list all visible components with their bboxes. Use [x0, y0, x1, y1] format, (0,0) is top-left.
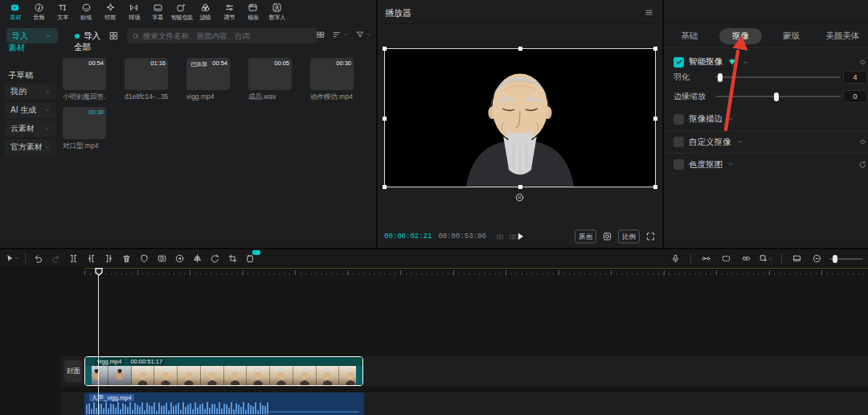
subtab-basic[interactable]: 基础: [664, 31, 715, 42]
ribbon-tab-smartpack[interactable]: 智能包装: [170, 0, 194, 24]
chevron-up-icon[interactable]: [742, 59, 749, 66]
slider-value[interactable]: 4: [843, 71, 867, 84]
snapshot-icon[interactable]: [602, 232, 612, 242]
speaker-off-icon[interactable]: [44, 367, 53, 376]
grid-view-button[interactable]: [316, 30, 326, 39]
zoom-slider-thumb[interactable]: [833, 255, 837, 263]
split-tool[interactable]: [66, 251, 81, 266]
smart-matting-checkbox[interactable]: [674, 57, 684, 68]
pages-icon[interactable]: [496, 232, 505, 241]
option-checkbox[interactable]: [674, 159, 684, 170]
media-thumbnail[interactable]: 01:16: [125, 58, 168, 90]
option-checkbox[interactable]: [674, 114, 684, 125]
ribbon-tab-filter[interactable]: 滤镜: [194, 0, 218, 24]
playhead-line[interactable]: [98, 268, 99, 415]
crop-tool[interactable]: [225, 251, 240, 266]
video-clip[interactable]: vigg.mp4 00:00:51:17: [84, 356, 363, 386]
undo-button[interactable]: [31, 251, 46, 266]
selection-handle[interactable]: [383, 47, 387, 51]
option-right-icon[interactable]: [858, 160, 867, 169]
ribbon-tab-effects[interactable]: 特效: [98, 0, 122, 24]
freeze-frame-tool[interactable]: [137, 251, 152, 266]
ribbon-tab-captions[interactable]: 字幕: [146, 0, 170, 24]
link-toggle[interactable]: [739, 251, 754, 266]
ribbon-tab-sticker[interactable]: 贴纸: [75, 0, 99, 24]
timeline-zoom-slider[interactable]: [829, 258, 863, 260]
timeline-tool[interactable]: [25, 253, 26, 263]
audio-clip[interactable]: 人声_vigg.mp4: [84, 392, 364, 415]
selection-handle[interactable]: [518, 185, 522, 189]
keyframe-icon[interactable]: [858, 58, 867, 67]
subtab-matting[interactable]: 抠像: [715, 28, 767, 44]
sidebar-item-material[interactable]: 素材: [5, 40, 61, 56]
media-thumbnail[interactable]: 00:54: [63, 58, 106, 90]
timeline-tool[interactable]: [690, 254, 691, 264]
ribbon-tab-audio[interactable]: 音频: [27, 0, 51, 24]
speaker-off-icon[interactable]: [44, 399, 53, 408]
quality-button[interactable]: 原画: [575, 230, 596, 244]
ribbon-tab-adjust[interactable]: 调节: [217, 0, 241, 24]
preview-quality-button[interactable]: [789, 251, 805, 266]
trim-right-tool[interactable]: [101, 251, 117, 266]
filter-button[interactable]: [355, 30, 372, 39]
sidebar-item-mine[interactable]: 我的: [5, 84, 56, 100]
ribbon-tab-text[interactable]: 文本: [51, 0, 75, 24]
track-video-icon[interactable]: [6, 367, 15, 376]
selection-handle[interactable]: [383, 117, 387, 121]
fullscreen-icon[interactable]: [645, 232, 656, 242]
filter-tab-all[interactable]: 全部: [74, 42, 91, 53]
media-thumbnail[interactable]: 已添加 00:54: [186, 58, 230, 90]
minus-icon[interactable]: [56, 367, 65, 376]
cover-button[interactable]: 封面: [64, 360, 82, 382]
rotate-tool[interactable]: [207, 251, 223, 266]
lock-icon[interactable]: [19, 399, 28, 408]
grid-import-icon[interactable]: [108, 31, 119, 41]
sidebar-item-cloud[interactable]: 云素材: [5, 121, 56, 137]
eye-icon[interactable]: [31, 367, 40, 376]
play-button[interactable]: [514, 231, 526, 242]
chevron-down-icon[interactable]: [727, 116, 735, 123]
sidebar-item-subdraft[interactable]: 子草稿: [5, 68, 61, 84]
selection-handle[interactable]: [653, 47, 657, 51]
option-right-icon[interactable]: [858, 138, 867, 146]
selection-handle[interactable]: [518, 47, 522, 51]
magnet-toggle[interactable]: [698, 251, 714, 266]
slider-track[interactable]: [715, 96, 841, 97]
timeline-ruler[interactable]: [0, 268, 868, 277]
audio-circle-icon[interactable]: [6, 399, 15, 408]
selection-handle[interactable]: [383, 185, 387, 189]
timeline-zoom-out[interactable]: [809, 251, 825, 266]
lock-icon[interactable]: [19, 367, 28, 376]
slider-thumb[interactable]: [774, 92, 779, 101]
sort-button[interactable]: [332, 30, 349, 39]
reverse-tool[interactable]: [172, 251, 187, 266]
minus-icon[interactable]: [56, 399, 65, 408]
option-right-icon[interactable]: [858, 115, 867, 124]
chevron-down-icon[interactable]: [727, 161, 735, 168]
select-tool[interactable]: [5, 251, 20, 266]
menu-icon[interactable]: [644, 7, 654, 18]
delete-button[interactable]: [119, 251, 134, 266]
smart-clip-tool[interactable]: [243, 251, 258, 266]
media-thumbnail[interactable]: 00:30: [310, 58, 354, 90]
option-checkbox[interactable]: [674, 137, 684, 147]
snap-toggle[interactable]: [719, 251, 734, 266]
media-thumbnail[interactable]: 00:30: [63, 107, 106, 139]
mask-tool[interactable]: [154, 251, 170, 266]
mirror-tool[interactable]: [190, 251, 205, 266]
ribbon-tab-transition[interactable]: 转场: [122, 0, 146, 24]
search-input[interactable]: [143, 31, 313, 40]
r rotate-handle-icon[interactable]: [514, 192, 525, 203]
subtab-beauty[interactable]: 美颜美体: [817, 31, 868, 42]
redo-button[interactable]: [48, 251, 63, 266]
slider-thumb[interactable]: [718, 73, 723, 82]
chevron-down-icon[interactable]: [736, 138, 743, 146]
record-voice-button[interactable]: [668, 251, 683, 266]
media-thumbnail[interactable]: 00:05: [248, 58, 292, 90]
timeline-tool[interactable]: [781, 254, 782, 264]
selection-handle[interactable]: [653, 185, 657, 189]
slider-track[interactable]: [715, 76, 841, 78]
preview-canvas[interactable]: [384, 48, 656, 187]
subtab-mask[interactable]: 蒙版: [766, 31, 817, 42]
ribbon-tab-media[interactable]: 素材: [3, 0, 27, 24]
